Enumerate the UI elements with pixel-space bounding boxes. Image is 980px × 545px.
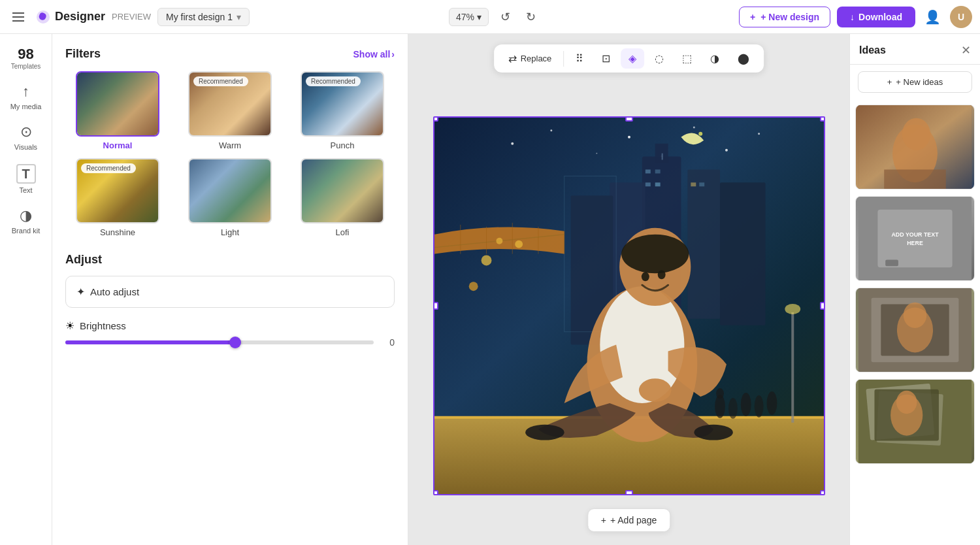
new-design-button[interactable]: + + New design	[739, 7, 830, 27]
auto-adjust-button[interactable]: ✦ Auto adjust	[65, 276, 395, 308]
svg-point-38	[728, 398, 737, 419]
sidebar-item-brand-kit[interactable]: ◑ Brand kit	[3, 202, 50, 240]
close-ideas-panel-button[interactable]: ✕	[961, 43, 971, 58]
resize-handle-middle-right[interactable]	[820, 302, 825, 310]
brightness-slider-row: 0	[65, 337, 395, 348]
filter-item-warm[interactable]: Recommended Warm	[178, 71, 282, 150]
cutout-tool-button[interactable]: ⬚	[674, 48, 700, 69]
svg-point-39	[740, 393, 751, 416]
designer-logo-icon	[35, 9, 51, 25]
brand-kit-icon: ◑	[20, 207, 32, 224]
filter-item-normal[interactable]: Normal	[65, 71, 170, 150]
download-button[interactable]: ↓ Download	[837, 7, 915, 27]
filter-punch-badge: Recommended	[306, 76, 361, 86]
idea-card-2[interactable]: ADD YOUR TEXT HERE	[855, 196, 975, 281]
ideas-list: ADD YOUR TEXT HERE	[850, 99, 980, 545]
topbar: Designer PREVIEW My first design 1 ▾ 47%…	[0, 0, 980, 34]
new-design-plus-icon: +	[750, 12, 755, 22]
right-panel-header: Ideas ✕	[850, 34, 980, 65]
design-title-button[interactable]: My first design 1 ▾	[157, 8, 250, 26]
add-page-label: + Add page	[610, 515, 657, 525]
idea-card-4[interactable]	[855, 379, 975, 464]
templates-count-label: Templates	[11, 63, 41, 70]
zoom-level: 47%	[456, 12, 474, 22]
resize-handle-bottom-center[interactable]	[625, 490, 633, 495]
right-panel-ideas: Ideas ✕ + + New ideas	[849, 34, 980, 545]
replace-tool-button[interactable]: ⇄ Replace	[500, 48, 560, 69]
sidebar-item-my-media[interactable]: ↑ My media	[3, 78, 50, 116]
svg-rect-53	[884, 169, 946, 189]
sidebar-item-text[interactable]: T Text	[3, 159, 50, 199]
resize-handle-top-center[interactable]	[625, 116, 633, 122]
text-icon: T	[16, 164, 36, 184]
filter-item-sunshine[interactable]: Recommended Sunshine	[65, 158, 170, 237]
filter-lofi-label: Lofi	[336, 227, 350, 237]
filter-warm-label: Warm	[219, 140, 241, 150]
erase-tool-button[interactable]: ◌	[647, 48, 672, 69]
idea-card-1[interactable]	[855, 105, 975, 190]
sidebar-item-visuals-label: Visuals	[14, 143, 37, 151]
new-ideas-button[interactable]: + + New ideas	[858, 71, 972, 93]
resize-handle-top-right[interactable]	[820, 116, 825, 122]
filter-sunshine-badge: Recommended	[81, 163, 136, 173]
undo-button[interactable]: ↺	[497, 6, 514, 28]
brand-name: Designer	[55, 10, 105, 24]
filter-item-light[interactable]: Light	[178, 158, 282, 237]
svg-point-43	[785, 304, 800, 314]
filter-light-image	[189, 159, 270, 222]
toolbar-divider-1	[563, 51, 564, 67]
idea-card-3[interactable]	[855, 288, 975, 372]
filter-item-punch[interactable]: Recommended Punch	[290, 71, 395, 150]
brightness-slider-thumb[interactable]	[229, 337, 241, 348]
replace-label: Replace	[521, 54, 552, 63]
replace-icon: ⇄	[508, 52, 517, 65]
sidebar-item-templates[interactable]: 98 Templates	[3, 42, 50, 75]
auto-adjust-icon: ✦	[76, 286, 85, 298]
sidebar-item-visuals[interactable]: ⊙ Visuals	[3, 118, 50, 156]
svg-rect-42	[791, 312, 794, 423]
filter-tool-button[interactable]: ◈	[621, 48, 644, 69]
new-ideas-label: + New ideas	[896, 77, 943, 87]
shadow-tool-button[interactable]: ◑	[702, 48, 727, 69]
resize-handle-bottom-right[interactable]	[820, 490, 825, 495]
svg-point-30	[621, 235, 689, 274]
user-avatar[interactable]: U	[950, 6, 972, 28]
hamburger-line-1	[12, 12, 24, 14]
filter-item-lofi[interactable]: Lofi	[290, 158, 395, 237]
hamburger-menu-button[interactable]	[8, 7, 29, 27]
canvas-frame[interactable]	[433, 116, 825, 495]
resize-handle-middle-left[interactable]	[433, 302, 438, 310]
svg-point-46	[468, 282, 478, 291]
svg-rect-20	[655, 169, 660, 173]
zoom-button[interactable]: 47% ▾	[449, 8, 489, 26]
sidebar-item-my-media-label: My media	[10, 103, 42, 110]
filter-normal-image	[77, 73, 158, 135]
brightness-slider[interactable]	[65, 340, 374, 344]
svg-point-34	[641, 272, 649, 281]
filter-thumb-sunshine: Recommended	[76, 158, 159, 223]
filter-lofi-image	[302, 159, 383, 222]
topbar-center: 47% ▾ ↺ ↻	[257, 6, 731, 28]
show-all-button[interactable]: Show all ›	[353, 49, 395, 59]
share-button[interactable]: 👤	[922, 7, 943, 27]
idea-3-artwork	[856, 288, 974, 372]
idea-4-image	[856, 380, 974, 463]
crop-tool-button[interactable]: ⊡	[594, 48, 618, 69]
flip-tool-button[interactable]: ⬤	[730, 48, 757, 69]
resize-handle-top-left[interactable]	[433, 116, 438, 122]
redo-button[interactable]: ↻	[522, 6, 540, 28]
resize-handle-bottom-left[interactable]	[433, 490, 438, 495]
new-design-label: + New design	[760, 12, 819, 22]
zoom-chevron-icon: ▾	[477, 12, 482, 22]
templates-count-display: 98 Templates	[11, 47, 41, 70]
add-page-button[interactable]: + + Add page	[587, 508, 670, 532]
left-sidebar: 98 Templates ↑ My media ⊙ Visuals T Text…	[0, 34, 52, 545]
svg-point-31	[525, 425, 564, 440]
svg-point-7	[758, 133, 760, 135]
svg-point-2	[511, 142, 514, 145]
svg-rect-17	[661, 154, 662, 160]
effects-tool-button[interactable]: ⠿	[568, 48, 591, 69]
hamburger-line-2	[12, 16, 24, 18]
flip-icon: ⬤	[738, 52, 749, 65]
brightness-sun-icon: ☀	[65, 320, 74, 332]
